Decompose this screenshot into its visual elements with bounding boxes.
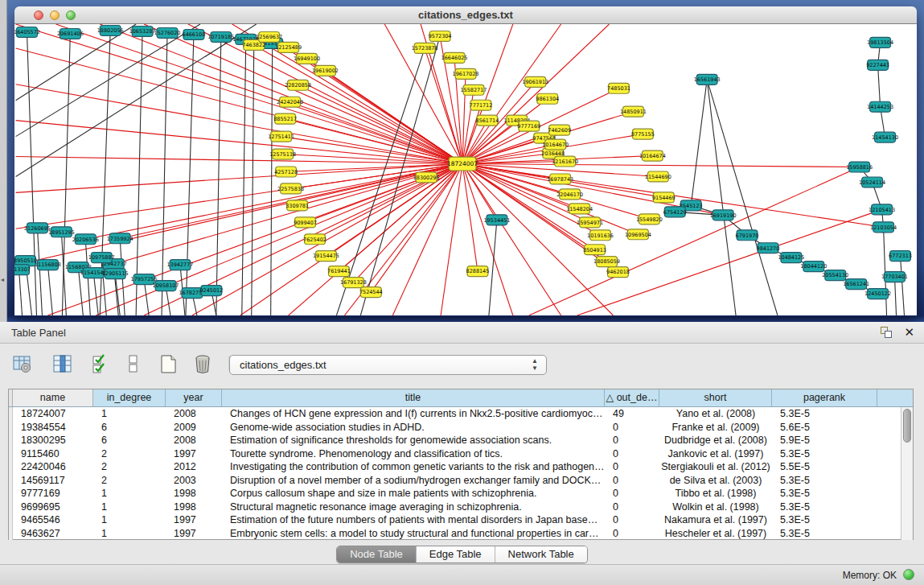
network-node[interactable]: 8561714 xyxy=(476,115,499,126)
network-node[interactable]: 9154469 xyxy=(652,192,676,203)
table-row[interactable]: 946362711997Embryonic stem cells: a mode… xyxy=(9,527,897,541)
network-node[interactable]: 18724007 xyxy=(447,157,478,171)
deselect-all-icon[interactable] xyxy=(122,353,145,376)
table-mode-icon[interactable] xyxy=(11,353,34,376)
network-node[interactable]: 10191636 xyxy=(587,230,614,241)
network-node[interactable]: 7485031 xyxy=(607,83,630,93)
network-node[interactable]: 10164670 xyxy=(542,139,569,150)
network-node[interactable]: 12569637 xyxy=(256,31,282,42)
network-node[interactable]: 7524544 xyxy=(359,287,383,298)
column-header-in_degree[interactable]: in_degree xyxy=(93,389,166,406)
network-node[interactable]: 7771712 xyxy=(470,100,493,110)
network-node[interactable]: 12161670 xyxy=(552,156,578,167)
control-panel-collapsed-strip[interactable]: ◂ xyxy=(0,0,7,322)
network-node[interactable]: 14144253 xyxy=(867,101,893,112)
table-row[interactable]: 1938455462009Genome-wide association stu… xyxy=(9,421,897,435)
network-node[interactable]: 24242040 xyxy=(277,97,303,107)
network-node[interactable]: 10969504 xyxy=(625,229,651,240)
network-node[interactable]: 15723878 xyxy=(412,43,438,53)
network-window-titlebar[interactable]: citations_edges.txt xyxy=(14,6,917,24)
column-header-out_de[interactable]: △ out_de… xyxy=(605,389,659,406)
network-node[interactable]: 10958107 xyxy=(153,281,179,291)
network-node[interactable]: 19061913 xyxy=(522,76,548,87)
network-node[interactable]: 19534451 xyxy=(483,215,510,225)
network-node[interactable]: 18300295 xyxy=(413,172,440,183)
network-node[interactable]: 16791328 xyxy=(340,278,367,288)
network-node[interactable]: 17703401 xyxy=(881,272,908,282)
network-node[interactable]: 12450122 xyxy=(864,289,891,299)
network-node[interactable]: 16405572 xyxy=(14,27,40,37)
column-visibility-icon[interactable] xyxy=(51,353,74,376)
network-node[interactable]: 18802056 xyxy=(97,25,124,35)
tab-edge-table[interactable]: Edge Table xyxy=(417,546,495,562)
network-node[interactable]: 7462609 xyxy=(548,125,571,135)
network-node[interactable]: 9861304 xyxy=(536,93,559,104)
network-node[interactable]: 20691406 xyxy=(57,28,84,39)
network-node[interactable]: 3309781 xyxy=(285,200,309,211)
network-node[interactable]: 11548204 xyxy=(566,204,593,214)
network-node[interactable]: 6754129 xyxy=(663,207,687,217)
close-panel-icon[interactable]: ✕ xyxy=(904,325,914,340)
network-node[interactable]: 10653287 xyxy=(129,26,156,36)
network-node[interactable]: 16646025 xyxy=(441,52,468,63)
network-node[interactable]: 15954971 xyxy=(577,217,603,228)
network-node[interactable]: 11544690 xyxy=(645,171,671,182)
network-node[interactable]: 15549820 xyxy=(636,214,663,225)
network-node[interactable]: 19813504 xyxy=(867,37,893,47)
network-node[interactable]: 9462018 xyxy=(606,267,630,278)
network-node[interactable]: 20206536 xyxy=(72,234,99,245)
network-node[interactable]: 15276020 xyxy=(154,27,181,38)
network-node[interactable]: 20554130 xyxy=(822,270,848,281)
network-node[interactable]: 3913307 xyxy=(14,265,31,275)
network-node[interactable]: 16919190 xyxy=(710,210,737,220)
new-column-icon[interactable] xyxy=(158,353,180,376)
column-header-short[interactable]: short xyxy=(659,389,772,406)
table-row[interactable]: 2242004622012Investigating the contribut… xyxy=(9,460,897,474)
network-node[interactable]: 10975887 xyxy=(88,253,115,263)
table-row[interactable]: 1456911722003Disruption of a novel membe… xyxy=(9,474,897,488)
column-header-year[interactable]: year xyxy=(166,389,222,406)
table-row[interactable]: 969969511998Structural magnetic resonanc… xyxy=(9,501,897,514)
table-selector-dropdown[interactable]: citations_edges.txt ▲▼ xyxy=(229,355,547,375)
network-node[interactable]: 12575138 xyxy=(269,149,296,159)
network-node[interactable]: 12105413 xyxy=(869,204,895,215)
panel-collapse-arrow-icon[interactable]: ◂ xyxy=(1,277,4,283)
select-all-icon[interactable] xyxy=(90,353,113,376)
network-node[interactable]: 9572304 xyxy=(429,31,452,41)
network-node[interactable]: 16561943 xyxy=(694,74,721,84)
network-node[interactable]: 12125489 xyxy=(275,42,302,52)
network-node[interactable]: 12103054 xyxy=(870,222,897,233)
network-node[interactable]: 12905115 xyxy=(102,269,129,279)
network-node[interactable]: 22575838 xyxy=(277,183,304,194)
column-header-name[interactable]: name xyxy=(13,389,93,406)
network-node[interactable]: 19154475 xyxy=(313,251,339,262)
network-node[interactable]: 8504913 xyxy=(583,245,606,255)
network-node[interactable]: 17359924 xyxy=(107,233,133,244)
network-node[interactable]: 6466100 xyxy=(183,29,206,39)
table-row[interactable]: 1872400712008Changes of HCN gene express… xyxy=(9,407,897,421)
network-node[interactable]: 10719185 xyxy=(207,31,234,42)
network-node[interactable]: 19619002 xyxy=(312,65,339,76)
network-node[interactable]: 22046170 xyxy=(556,189,583,200)
network-canvas[interactable]: 1640557220691406188020561065328715276020… xyxy=(14,24,917,315)
network-node[interactable]: 8775155 xyxy=(631,129,655,139)
network-node[interactable]: 10164674 xyxy=(639,150,666,161)
float-panel-icon[interactable] xyxy=(881,327,892,338)
network-node[interactable]: 18085059 xyxy=(593,257,620,267)
network-node[interactable]: 10524114 xyxy=(859,177,885,187)
network-node[interactable]: 21260695 xyxy=(24,223,51,233)
network-node[interactable]: 8288145 xyxy=(466,266,490,277)
network-node[interactable]: 9777169 xyxy=(517,121,540,131)
network-node[interactable]: 7619441 xyxy=(327,266,351,277)
network-node[interactable]: 7625402 xyxy=(303,234,326,245)
scrollbar-thumb[interactable] xyxy=(903,409,911,443)
network-node[interactable]: 4257128 xyxy=(274,167,298,177)
network-node[interactable]: 16561241 xyxy=(843,279,869,290)
table-row[interactable]: 1830029562008Estimation of significance … xyxy=(9,434,897,447)
network-node[interactable]: 16978743 xyxy=(547,174,573,184)
table-row[interactable]: 977716911998Corpus callosum shape and si… xyxy=(9,487,897,501)
minimize-traffic-light-icon[interactable] xyxy=(50,10,60,20)
network-node[interactable]: 16949100 xyxy=(294,53,320,64)
close-traffic-light-icon[interactable] xyxy=(34,10,43,20)
zoom-traffic-light-icon[interactable] xyxy=(66,10,76,20)
